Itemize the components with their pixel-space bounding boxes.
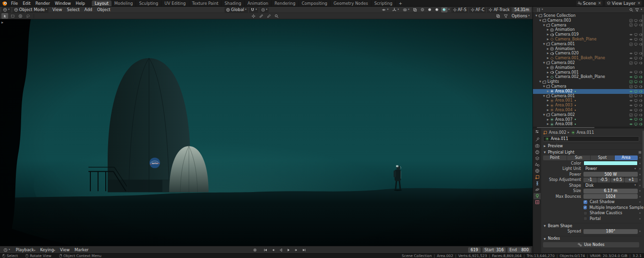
disable-in-renders-icon[interactable]	[639, 75, 643, 79]
disclosure-triangle-icon[interactable]: ▼	[538, 79, 542, 84]
disclosure-triangle-icon[interactable]: ▼	[542, 113, 546, 117]
disclosure-triangle-icon[interactable]: ▶	[546, 32, 550, 37]
hide-in-viewport-icon[interactable]	[629, 90, 633, 93]
timeline-menu-playback[interactable]: Playback▾	[13, 247, 38, 253]
transform-orientation-dropdown[interactable]: Global▾	[224, 7, 248, 13]
outliner-row-camera-002-bokeh-plane[interactable]: ▶Camera.002_Bokeh_Plane	[533, 75, 644, 79]
checkbox-multiple-importance-sample[interactable]: ✓	[583, 206, 587, 209]
disclosure-triangle-icon[interactable]: ▶	[546, 51, 550, 56]
disclosure-triangle-icon[interactable]: ▶	[546, 98, 550, 103]
snapping-toggle[interactable]: ▾	[249, 7, 259, 13]
auto-keying-toggle[interactable]	[251, 247, 259, 253]
object-visibility-dropdown[interactable]: ▾	[380, 7, 390, 13]
exclude-collection-checkbox-icon[interactable]	[629, 80, 633, 84]
shading-solid-button[interactable]	[427, 7, 433, 13]
properties-tab-physics[interactable]	[533, 187, 541, 193]
breadcrumb-object[interactable]: Area.002	[549, 130, 566, 135]
disclosure-triangle-icon[interactable]: ▼	[542, 42, 546, 47]
autofocus-button-af-c[interactable]: AF-C	[469, 7, 486, 13]
disable-in-viewports-icon[interactable]	[634, 103, 638, 107]
workspace-tab-shading[interactable]: Shading	[222, 0, 245, 6]
outliner-row-area-002[interactable]: ▶Area.002	[533, 89, 644, 94]
jump-to-start-button[interactable]	[262, 247, 269, 253]
workspace-tab-modeling[interactable]: Modeling	[111, 0, 136, 6]
light-unit-dropdown[interactable]: Power ▾	[583, 167, 638, 171]
disable-in-viewports-icon[interactable]	[634, 75, 638, 79]
remove-view-layer-button[interactable]: ×	[636, 1, 641, 5]
disable-in-viewports-icon[interactable]	[634, 80, 638, 84]
outliner-row-lights[interactable]: ▼Lights	[533, 79, 644, 84]
autofocus-button-af-s[interactable]: AF-S	[451, 7, 468, 13]
overlays-dropdown[interactable]: ▾	[401, 7, 411, 13]
workspace-tab-animation[interactable]: Animation	[245, 0, 272, 6]
properties-tab-tool[interactable]	[533, 137, 541, 143]
select-box-tool-button[interactable]	[9, 13, 16, 19]
outliner-row-area-003[interactable]: ▶Area.003	[533, 103, 644, 108]
outliner-row-camera-019[interactable]: ▶Camera.019	[533, 32, 644, 37]
mode-dropdown[interactable]: Object Mode▾	[12, 7, 49, 13]
outliner-row-animation[interactable]: ▶Animation	[533, 47, 644, 52]
disclosure-triangle-icon[interactable]: ▶	[546, 65, 550, 70]
properties-tab-texture[interactable]	[533, 199, 541, 206]
timeline-menu-marker[interactable]: Marker	[72, 247, 91, 253]
menu-window[interactable]: Window	[52, 0, 74, 6]
current-frame-field[interactable]: 619	[468, 247, 481, 253]
viewport-menu-select[interactable]: Select	[64, 7, 82, 13]
3d-viewport[interactable]: NASA	[0, 19, 533, 246]
disable-in-viewports-icon[interactable]	[634, 52, 638, 55]
workspace-tab-sculpting[interactable]: Sculpting	[136, 0, 161, 6]
exclude-collection-checkbox-icon[interactable]	[629, 23, 633, 27]
stop-adjustment-button-1[interactable]: +1	[625, 178, 638, 182]
select-lasso-tool-button[interactable]	[25, 13, 31, 19]
menu-render[interactable]: Render	[33, 0, 52, 6]
hide-in-viewport-icon[interactable]	[629, 52, 633, 55]
view-layer-selector[interactable]: View Layer ×	[605, 0, 642, 6]
presets-menu-icon[interactable]	[638, 150, 642, 155]
timeline-editor-dropdown[interactable]: ▾	[2, 247, 12, 253]
disable-in-viewports-icon[interactable]	[634, 90, 638, 93]
disclosure-triangle-icon[interactable]: ▼	[538, 18, 542, 23]
light-type-area-button[interactable]: Area	[615, 155, 638, 160]
light-type-point-button[interactable]: Point	[543, 155, 567, 160]
properties-tab-object[interactable]	[533, 174, 541, 181]
spread-slider[interactable]: 180°	[583, 229, 638, 234]
shading-wireframe-button[interactable]	[420, 7, 426, 13]
unlink-scene-button[interactable]: ×	[597, 1, 601, 5]
checkbox-portal[interactable]	[583, 217, 587, 220]
previous-keyframe-button[interactable]	[270, 247, 277, 253]
scrollbar-thumb[interactable]	[537, 127, 594, 128]
viewport-menu-object[interactable]: Object	[95, 7, 113, 13]
outliner-row-camera-001[interactable]: ▶Camera.001	[533, 70, 644, 75]
workspace-tab-uv-editing[interactable]: UV Editing	[161, 0, 189, 6]
outliner-row-area-001[interactable]: ▶Area.001	[533, 98, 644, 103]
checkbox-shadow-caustics[interactable]	[583, 211, 587, 215]
breadcrumb-data[interactable]: Area.011	[577, 130, 594, 135]
checkbox-cast-shadow[interactable]: ✓	[583, 200, 587, 204]
hide-in-viewport-icon[interactable]	[629, 38, 633, 41]
frame-end-field[interactable]: End 800	[508, 247, 531, 253]
disable-in-renders-icon[interactable]	[639, 85, 643, 89]
jump-to-end-button[interactable]	[300, 247, 308, 253]
search-button[interactable]	[273, 13, 280, 19]
disable-in-viewports-icon[interactable]	[634, 99, 638, 103]
disable-in-viewports-icon[interactable]	[634, 19, 638, 23]
hide-in-viewport-icon[interactable]	[629, 33, 633, 37]
next-keyframe-button[interactable]	[293, 247, 300, 253]
workspace-tab-scripting[interactable]: Scripting	[372, 0, 396, 6]
beam-shape-section-header[interactable]: ▼ Beam Shape	[543, 223, 642, 228]
timeline-menu-keying[interactable]: Keying▾	[37, 247, 57, 253]
outliner-row-scene-collection[interactable]: ▼Scene Collection	[533, 13, 644, 18]
disclosure-triangle-icon[interactable]: ▶	[546, 117, 550, 122]
disclosure-triangle-icon[interactable]: ▶	[546, 108, 550, 113]
disable-in-viewports-icon[interactable]	[634, 23, 638, 27]
scene-selector[interactable]: Scene ×	[576, 0, 603, 6]
disable-in-renders-icon[interactable]	[639, 61, 643, 65]
disable-in-renders-icon[interactable]	[639, 70, 643, 74]
tweak-tool-button[interactable]	[1, 13, 8, 19]
physical-light-section-header[interactable]: ▼ Physical Light	[543, 149, 642, 155]
outliner-row-animation[interactable]: ▶Animation	[533, 65, 644, 70]
disclosure-triangle-icon[interactable]: ▶	[546, 70, 550, 75]
preview-section-header[interactable]: ▶ Preview	[543, 143, 642, 148]
outliner-row-camera-001[interactable]: ▼Camera.001	[533, 42, 644, 47]
add-workspace-button[interactable]: +	[396, 1, 404, 6]
